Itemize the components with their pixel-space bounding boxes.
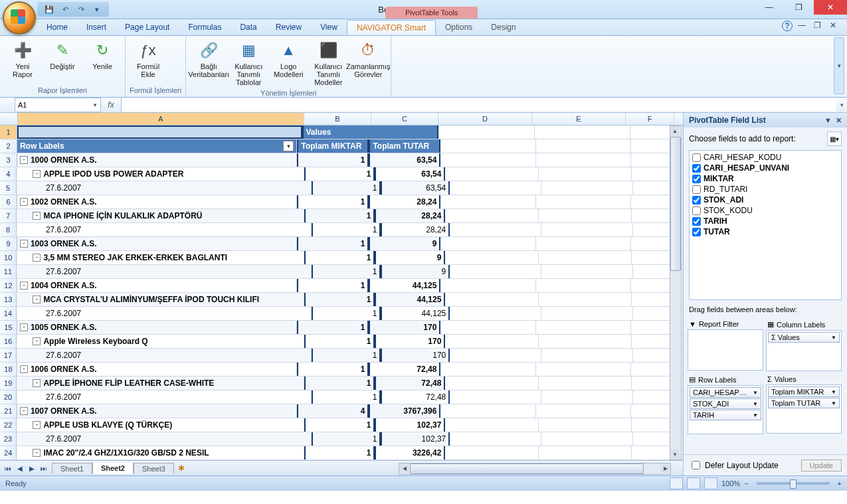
col-header-C[interactable]: C [371, 113, 438, 125]
expand-collapse-icon[interactable]: - [20, 156, 28, 164]
expand-collapse-icon[interactable]: - [33, 212, 41, 220]
cell[interactable] [541, 432, 633, 446]
table-row[interactable]: 1427.6.2007144,125 [0, 307, 683, 321]
col-header-miktar[interactable]: Toplam MIKTAR [297, 139, 369, 153]
table-row[interactable]: 3-1000 ORNEK A.S.163,54 [0, 153, 683, 167]
expand-collapse-icon[interactable]: - [33, 254, 41, 262]
select-all-corner[interactable] [0, 113, 18, 125]
cell[interactable] [440, 321, 535, 334]
cell[interactable] [445, 335, 539, 348]
maximize-button[interactable]: ❐ [784, 0, 814, 15]
grid-body[interactable]: 1Values2Row Labels▼Toplam MIKTARToplam T… [0, 126, 683, 460]
cell[interactable] [445, 418, 539, 432]
area-item-dropdown-icon[interactable]: ▼ [831, 400, 836, 406]
pivot-cell-label[interactable]: -1003 ORNEK A.S. [17, 237, 298, 250]
area-item[interactable]: Σ Values▼ [768, 332, 840, 343]
pivot-cell-tutar[interactable]: 9 [369, 237, 440, 250]
row-header[interactable]: 15 [0, 321, 17, 334]
field-stok_kodu[interactable]: STOK_KODU [691, 205, 840, 216]
expand-collapse-icon[interactable]: - [33, 337, 41, 345]
expand-collapse-icon[interactable]: - [20, 365, 28, 373]
pivot-cell-tutar[interactable]: 3226,42 [375, 446, 445, 460]
close-button[interactable]: ✕ [814, 0, 847, 15]
table-row[interactable]: 24-IMAC 20''/2.4 GHZ/1X1G/320 GB/SD 2 NE… [0, 446, 683, 460]
pivot-cell-label[interactable]: -MCA IPHONE İÇİN KULAKLIK ADAPTÖRÜ [17, 209, 304, 222]
table-row[interactable]: 2Row Labels▼Toplam MIKTARToplam TUTAR [0, 139, 683, 153]
workbook-close-icon[interactable]: ✕ [830, 21, 840, 31]
tab-options[interactable]: Options [436, 20, 482, 35]
cell[interactable] [539, 418, 632, 432]
cell[interactable] [536, 153, 631, 167]
area-item[interactable]: CARI_HESAP…▼ [690, 387, 761, 398]
zoom-out-button[interactable]: − [744, 479, 748, 487]
pivot-cell-miktar[interactable]: 1 [304, 209, 375, 222]
redo-icon[interactable]: ↷ [76, 4, 86, 15]
table-row[interactable]: 12-1004 ORNEK A.S.144,125 [0, 279, 683, 293]
pivot-cell-label[interactable]: -1007 ORNEK A.S. [17, 404, 298, 418]
cell[interactable] [536, 404, 631, 418]
ribbon-button-bağlı-veritabanları[interactable]: 🔗Bağlı Veritabanları [190, 39, 227, 88]
pivot-cell-label[interactable]: 27.6.2007 [17, 349, 312, 362]
area-values-box[interactable]: Toplam MIKTAR▼Toplam TUTAR▼ [766, 384, 842, 434]
sheet-tab-sheet3[interactable]: Sheet3 [134, 463, 174, 474]
ribbon-button-yenile[interactable]: ↻Yenile [84, 39, 121, 80]
cell[interactable] [536, 237, 631, 250]
pivot-cell-miktar[interactable]: 1 [297, 237, 369, 250]
cell[interactable] [450, 349, 541, 362]
cell[interactable] [440, 153, 535, 167]
workbook-restore-icon[interactable]: ❐ [814, 21, 824, 31]
page-break-view-button[interactable] [704, 477, 717, 489]
field-checkbox[interactable] [692, 228, 701, 236]
field-stok_adi[interactable]: STOK_ADI [691, 195, 840, 205]
ribbon-collapse-icon[interactable]: ▾ [834, 37, 844, 94]
col-header-D[interactable]: D [438, 113, 532, 125]
pivot-cell-tutar[interactable]: 44,125 [375, 293, 445, 306]
cell[interactable] [445, 377, 539, 390]
update-button[interactable]: Update [801, 460, 842, 471]
col-header-A[interactable]: A [18, 113, 304, 125]
expand-collapse-icon[interactable]: - [33, 295, 41, 303]
horizontal-scrollbar[interactable]: ◀ ▶ [399, 463, 671, 475]
field-checkbox[interactable] [692, 164, 701, 173]
row-header[interactable]: 8 [0, 223, 17, 236]
ribbon-button-yeni-rapor[interactable]: ➕Yeni Rapor [4, 39, 41, 80]
cell[interactable] [539, 335, 632, 348]
zoom-level[interactable]: 100% [721, 479, 740, 487]
pivot-cell-miktar[interactable]: 1 [312, 181, 381, 195]
area-item-dropdown-icon[interactable]: ▼ [753, 412, 758, 418]
pivot-cell-tutar[interactable]: 44,125 [369, 279, 440, 292]
table-row[interactable]: 19-APPLE İPHONE FLİP LEATHER CASE-WHITE1… [0, 377, 683, 390]
ribbon-button-zamanlanmış-görevler[interactable]: ⏱Zamanlanmış Görevler [349, 39, 387, 88]
vertical-scrollbar[interactable]: ▲ ▼ [670, 126, 682, 460]
area-item-dropdown-icon[interactable]: ▼ [831, 389, 836, 395]
expand-collapse-icon[interactable]: - [33, 449, 41, 457]
table-row[interactable]: 9-1003 ORNEK A.S.19 [0, 237, 683, 251]
area-item-dropdown-icon[interactable]: ▼ [831, 335, 836, 341]
field-tutar[interactable]: TUTAR [691, 226, 840, 237]
cell[interactable] [539, 377, 632, 390]
save-icon[interactable]: 💾 [44, 4, 54, 15]
pivot-cell-miktar[interactable]: 1 [297, 321, 369, 334]
pivot-cell-label[interactable]: -IMAC 20''/2.4 GHZ/1X1G/320 GB/SD 2 NESI… [17, 446, 304, 460]
cell[interactable] [445, 251, 539, 264]
row-header[interactable]: 13 [0, 293, 17, 306]
pivot-cell-miktar[interactable]: 1 [304, 293, 375, 306]
row-header[interactable]: 24 [0, 446, 17, 460]
table-row[interactable]: 827.6.2007128,24 [0, 223, 683, 237]
table-row[interactable]: 1727.6.20071170 [0, 349, 683, 363]
pivot-cell-tutar[interactable]: 28,24 [369, 195, 440, 209]
pivot-cell-label[interactable]: -1004 ORNEK A.S. [17, 279, 298, 292]
minimize-button[interactable]: — [754, 0, 784, 15]
field-miktar[interactable]: MIKTAR [691, 173, 840, 184]
expand-collapse-icon[interactable]: - [33, 421, 41, 429]
cell[interactable] [541, 181, 633, 195]
pivot-cell-label[interactable]: -1000 ORNEK A.S. [17, 153, 298, 167]
cell[interactable] [450, 432, 541, 446]
new-sheet-icon[interactable]: ✱ [178, 463, 185, 473]
pivot-cell-tutar[interactable]: 28,24 [375, 209, 445, 222]
row-labels-header[interactable]: Row Labels▼ [17, 139, 298, 153]
table-row[interactable]: 4-APPLE IPOD USB POWER ADAPTER163,54 [0, 167, 683, 181]
pivot-cell-tutar[interactable]: 63,54 [369, 153, 440, 167]
cell[interactable] [539, 209, 632, 222]
sheet-nav-last-icon[interactable]: ⏭ [39, 463, 49, 473]
